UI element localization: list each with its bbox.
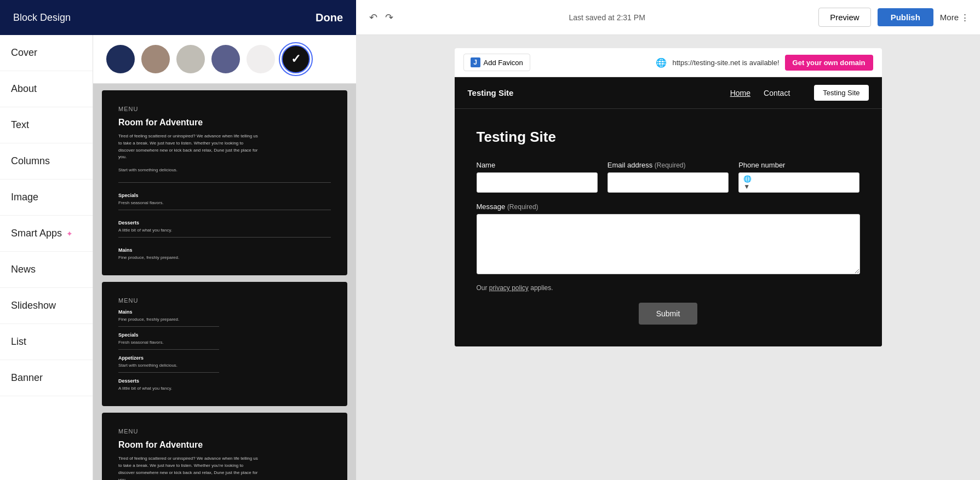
content-area: ✓ Menu Room for Adventure Tired of feeli… — [93, 35, 356, 480]
sidebar-item-slideshow[interactable]: Slideshow — [0, 288, 93, 324]
sidebar-item-banner[interactable]: Banner — [0, 360, 93, 396]
preview-cards: Menu Room for Adventure Tired of feeling… — [93, 84, 356, 480]
nav-home-link[interactable]: Home — [730, 89, 750, 97]
block-design-header: Block Design Done — [0, 0, 356, 35]
message-label: Message (Required) — [477, 203, 860, 211]
preview-card-3[interactable]: Menu Room for Adventure Tired of feeling… — [102, 413, 347, 480]
name-label: Name — [477, 161, 598, 169]
form-row-1: Name Email address (Required) Phone numb… — [477, 161, 860, 193]
block-design-title: Block Design — [13, 12, 71, 24]
swatch-silver[interactable] — [176, 45, 205, 73]
preview-card-2[interactable]: Menu MainsFine produce, freshly prepared… — [102, 282, 347, 406]
site-preview: Testing Site Home Contact Testing Site T… — [455, 77, 882, 346]
globe-icon: 🌐 — [656, 57, 667, 68]
swatch-navy[interactable] — [106, 45, 135, 73]
sidebar-item-image[interactable]: Image — [0, 180, 93, 216]
star-icon: ✦ — [66, 229, 73, 238]
sidebar-item-cover[interactable]: Cover — [0, 35, 93, 71]
card-body: Tired of feeling scattered or uninspired… — [118, 133, 261, 161]
domain-url: https://testing-site.net — [672, 59, 740, 67]
site-form-area: Testing Site Name Email address (Require… — [455, 109, 882, 346]
add-favicon-label: Add Favicon — [484, 59, 523, 67]
sidebar-item-about[interactable]: About — [0, 71, 93, 107]
card-label: Menu — [118, 106, 331, 112]
name-input[interactable] — [477, 172, 598, 193]
phone-input-wrap: 🌐 ▼ — [738, 172, 859, 193]
more-button[interactable]: More ⋮ — [940, 13, 969, 22]
domain-text: https://testing-site.net is available! — [672, 59, 779, 67]
phone-input[interactable] — [758, 173, 855, 192]
preview-button[interactable]: Preview — [818, 8, 870, 27]
site-form-title: Testing Site — [477, 129, 860, 146]
form-row-2: Message (Required) — [477, 203, 860, 274]
phone-flag: 🌐 ▼ — [743, 175, 756, 190]
phone-label: Phone number — [738, 161, 859, 169]
form-group-name: Name — [477, 161, 598, 193]
submit-button[interactable]: Submit — [639, 303, 698, 325]
redo-button[interactable]: ↷ — [383, 9, 396, 26]
form-group-message: Message (Required) — [477, 203, 860, 274]
privacy-link[interactable]: privacy policy — [489, 284, 529, 292]
message-textarea[interactable] — [477, 214, 860, 274]
undo-redo-group: ↶ ↷ — [367, 9, 396, 26]
card-body: Tired of feeling scattered or uninspired… — [118, 455, 261, 480]
privacy-text: Our privacy policy applies. — [477, 284, 860, 292]
more-chevron-icon: ⋮ — [961, 13, 969, 22]
site-nav-cta-button[interactable]: Testing Site — [814, 85, 868, 101]
preview-card-1[interactable]: Menu Room for Adventure Tired of feeling… — [102, 90, 347, 275]
add-favicon-button[interactable]: J Add Favicon — [463, 54, 530, 71]
sidebar-item-smart-apps[interactable]: Smart Apps✦ — [0, 216, 93, 252]
email-label: Email address (Required) — [608, 161, 729, 169]
saved-status: Last saved at 2:31 PM — [402, 13, 812, 22]
domain-bar: 🌐 https://testing-site.net is available!… — [537, 55, 873, 71]
get-domain-button[interactable]: Get your own domain — [785, 55, 873, 71]
sidebar-item-list[interactable]: List — [0, 324, 93, 360]
card-title: Room for Adventure — [118, 440, 331, 450]
left-body: CoverAboutTextColumnsImageSmart Apps✦New… — [0, 35, 356, 480]
nav-contact-link[interactable]: Contact — [764, 89, 790, 97]
swatch-bar: ✓ — [93, 35, 356, 84]
swatch-taupe[interactable] — [141, 45, 170, 73]
sidebar-item-text[interactable]: Text — [0, 107, 93, 143]
card-title: Room for Adventure — [118, 118, 331, 128]
sidebar: CoverAboutTextColumnsImageSmart Apps✦New… — [0, 35, 93, 480]
site-nav: Testing Site Home Contact Testing Site — [455, 77, 882, 109]
form-group-email: Email address (Required) — [608, 161, 729, 193]
sidebar-item-news[interactable]: News — [0, 252, 93, 288]
card-label: Menu — [118, 428, 331, 435]
undo-button[interactable]: ↶ — [367, 9, 380, 26]
site-brand: Testing Site — [468, 88, 730, 97]
top-bar: ↶ ↷ Last saved at 2:31 PM Preview Publis… — [356, 0, 980, 35]
form-group-phone: Phone number 🌐 ▼ — [738, 161, 859, 193]
email-input[interactable] — [608, 172, 729, 193]
site-nav-links: Home Contact Testing Site — [730, 85, 869, 101]
left-panel: Block Design Done CoverAboutTextColumnsI… — [0, 0, 356, 480]
done-button[interactable]: Done — [316, 11, 343, 24]
swatch-black[interactable]: ✓ — [282, 45, 310, 73]
favicon-bar: J Add Favicon 🌐 https://testing-site.net… — [455, 48, 882, 77]
browser-preview: J Add Favicon 🌐 https://testing-site.net… — [356, 35, 980, 480]
sidebar-item-columns[interactable]: Columns — [0, 143, 93, 180]
favicon-icon: J — [471, 57, 480, 67]
right-panel: ↶ ↷ Last saved at 2:31 PM Preview Publis… — [356, 0, 980, 480]
swatch-slate[interactable] — [211, 45, 240, 73]
publish-button[interactable]: Publish — [878, 8, 933, 26]
swatch-white[interactable] — [247, 45, 275, 73]
